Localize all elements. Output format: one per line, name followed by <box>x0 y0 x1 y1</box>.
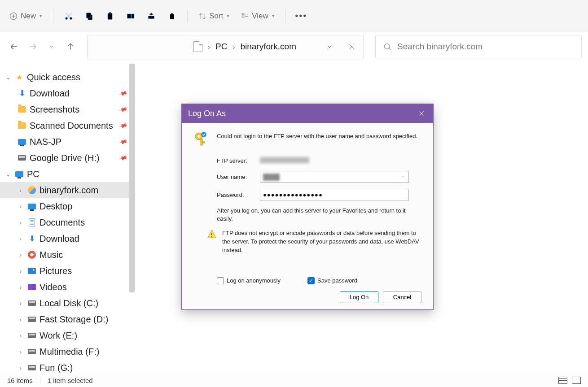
svg-rect-25 <box>201 139 202 145</box>
copy-button[interactable] <box>80 7 98 25</box>
globe-icon <box>27 186 37 194</box>
svg-point-29 <box>211 236 212 237</box>
chevron-down-icon: ▾ <box>272 13 275 19</box>
scissors-icon <box>64 12 73 21</box>
breadcrumb-close[interactable] <box>341 35 363 58</box>
copy-icon <box>85 12 94 21</box>
pin-icon: 📌 <box>118 89 127 98</box>
separator <box>285 10 286 22</box>
sidebar-quick-access[interactable]: ⌄ ★ Quick access <box>0 69 135 85</box>
checkbox-checked-icon <box>307 277 315 284</box>
rename-button[interactable] <box>122 7 140 25</box>
disk-icon <box>17 155 27 161</box>
share-button[interactable] <box>142 7 160 25</box>
sidebar-item[interactable]: › binaryfork.com <box>0 182 135 198</box>
sidebar-item[interactable]: › Local Disk (C:) <box>0 295 135 311</box>
view-icon <box>241 12 249 20</box>
warning-icon <box>207 229 217 239</box>
chevron-right-icon: › <box>17 300 24 307</box>
sidebar-item[interactable]: NAS-JP 📌 <box>0 134 135 150</box>
chevron-down-icon <box>48 43 55 50</box>
dialog-titlebar[interactable]: Log On As <box>182 104 433 123</box>
pc-icon <box>14 171 24 177</box>
checkbox-icon <box>217 277 224 284</box>
sidebar-item[interactable]: › Multimedia (F:) <box>0 344 135 360</box>
sidebar-item[interactable]: › Videos <box>0 279 135 295</box>
large-icons-view-button[interactable] <box>572 377 581 384</box>
cancel-button[interactable]: Cancel <box>383 291 421 303</box>
svg-line-20 <box>389 48 391 50</box>
dialog-message: Could not login to the FTP server with t… <box>217 131 417 139</box>
sidebar-item[interactable]: Screenshots 📌 <box>0 101 135 117</box>
svg-point-19 <box>384 43 390 49</box>
separator <box>53 10 53 22</box>
delete-button[interactable] <box>163 7 181 25</box>
separator <box>40 377 40 384</box>
monitor-icon <box>17 139 27 145</box>
view-button[interactable]: View ▾ <box>237 9 279 23</box>
password-input[interactable] <box>260 189 409 200</box>
svg-rect-10 <box>109 12 111 13</box>
logon-button[interactable]: Log On <box>340 291 378 303</box>
sidebar-item[interactable]: › Music <box>0 247 135 263</box>
forward-button[interactable] <box>25 39 40 54</box>
sidebar-item-label: Google Drive (H:) <box>30 153 100 163</box>
breadcrumb-part[interactable]: PC <box>215 42 227 52</box>
doc-icon <box>27 218 37 226</box>
breadcrumb-part[interactable]: binaryfork.com <box>240 42 296 52</box>
up-button[interactable] <box>63 39 78 54</box>
sidebar-item[interactable]: › Documents <box>0 214 135 230</box>
anonymous-checkbox[interactable]: Log on anonymously <box>217 277 281 284</box>
key-icon <box>193 131 210 147</box>
sidebar-item[interactable]: › ⬇ Download <box>0 230 135 247</box>
search-input[interactable] <box>397 42 574 52</box>
plus-circle-icon <box>9 12 18 21</box>
chevron-right-icon: › <box>17 316 24 323</box>
logon-dialog: Log On As Could not login to the FTP ser… <box>181 104 434 310</box>
sidebar-item[interactable]: › Fast Storage (D:) <box>0 311 135 327</box>
svg-rect-13 <box>242 13 244 15</box>
sidebar-item[interactable]: ⬇ Download 📌 <box>0 85 135 101</box>
svg-rect-8 <box>86 13 91 18</box>
sidebar-pc[interactable]: ⌄ PC <box>0 166 135 182</box>
chevron-down-icon: ▾ <box>227 13 229 19</box>
sidebar-item[interactable]: › Work (E:) <box>0 327 135 344</box>
paste-button[interactable] <box>101 7 119 25</box>
sidebar-item-label: Pictures <box>39 266 72 276</box>
sidebar-item[interactable]: Scanned Documents 📌 <box>0 117 135 134</box>
sidebar-item[interactable]: Google Drive (H:) 📌 <box>0 150 135 166</box>
breadcrumb[interactable]: › PC › binaryfork.com <box>87 35 364 58</box>
password-label: Password: <box>217 191 260 198</box>
close-button[interactable] <box>416 108 427 119</box>
search-box[interactable] <box>375 35 582 58</box>
ftp-server-value <box>260 157 309 163</box>
scrollbar[interactable] <box>129 64 135 292</box>
dialog-title: Log On As <box>188 109 226 118</box>
disk-icon <box>27 365 37 370</box>
sidebar-item[interactable]: › Desktop <box>0 198 135 214</box>
sidebar-item-label: Music <box>39 250 63 260</box>
new-button[interactable]: New ▾ <box>4 9 47 23</box>
svg-rect-12 <box>132 14 134 18</box>
ftp-server-label: FTP server: <box>217 157 260 164</box>
breadcrumb-dropdown[interactable] <box>318 35 341 58</box>
chevron-right-icon: › <box>17 365 24 371</box>
sidebar-item-label: Scanned Documents <box>30 121 113 131</box>
cut-button[interactable] <box>60 7 78 25</box>
sort-button[interactable]: Sort ▾ <box>194 9 234 23</box>
sidebar-item[interactable]: › Pictures <box>0 263 135 279</box>
status-item-count: 16 items <box>7 377 33 384</box>
svg-rect-26 <box>202 142 205 143</box>
arrow-right-icon <box>28 42 37 51</box>
svg-rect-11 <box>127 14 131 18</box>
anonymous-label: Log on anonymously <box>227 277 281 284</box>
recent-button[interactable] <box>44 39 59 54</box>
chevron-right-icon: › <box>17 268 24 274</box>
back-button[interactable] <box>6 39 22 54</box>
save-password-checkbox[interactable]: Save password <box>307 277 357 284</box>
username-combo[interactable]: ████ <box>260 171 409 183</box>
search-icon <box>383 42 392 51</box>
sidebar-item-label: Multimedia (F:) <box>39 347 99 357</box>
more-button[interactable]: ••• <box>292 7 310 25</box>
details-view-button[interactable] <box>558 377 567 384</box>
